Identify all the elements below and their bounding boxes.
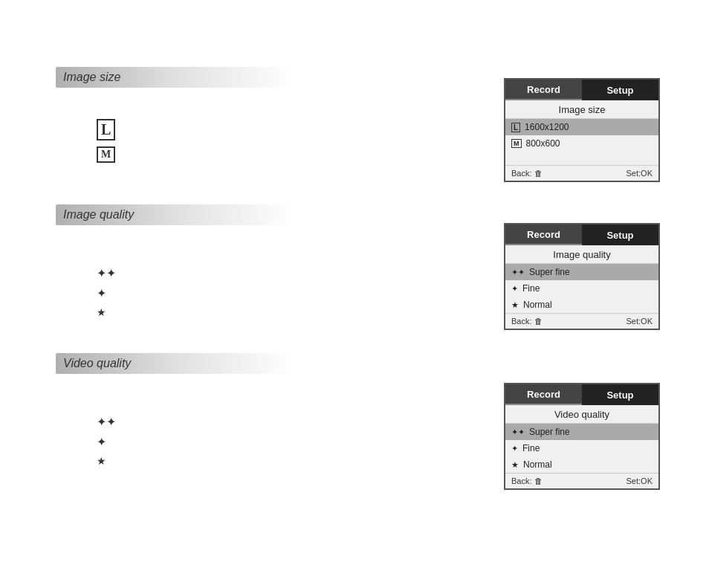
image-size-item-1[interactable]: M 800x600 bbox=[505, 135, 658, 152]
super-fine-icon-item: ✦✦ bbox=[97, 266, 116, 280]
image-quality-panel-items: ✦✦ Super fine ✦ Fine ★ Normal bbox=[505, 264, 658, 313]
image-size-panel: Record Setup Image size L 1600x1200 M 80… bbox=[504, 78, 660, 182]
video-quality-set: Set:OK bbox=[627, 476, 653, 485]
image-quality-item-0[interactable]: ✦✦ Super fine bbox=[505, 264, 658, 280]
trash-icon-2: 🗑 bbox=[534, 317, 543, 326]
fine-icon-small: ✦ bbox=[511, 284, 518, 294]
trash-icon: 🗑 bbox=[534, 169, 543, 178]
video-quality-panel: Record Setup Video quality ✦✦ Super fine… bbox=[504, 383, 660, 490]
large-size-icon-item: L bbox=[97, 119, 115, 140]
vnormal-icon-small: ★ bbox=[511, 460, 519, 470]
video-fine-icon: ✦ bbox=[97, 435, 106, 449]
image-quality-icons: ✦✦ ✦ ★ bbox=[97, 266, 116, 318]
video-quality-panel-items: ✦✦ Super fine ✦ Fine ★ Normal bbox=[505, 424, 658, 473]
video-quality-header: Video quality bbox=[56, 353, 294, 374]
vfine-icon-small: ✦ bbox=[511, 444, 518, 453]
vsf-icon-small: ✦✦ bbox=[511, 427, 525, 437]
image-quality-panel: Record Setup Image quality ✦✦ Super fine… bbox=[504, 223, 660, 330]
image-size-back: Back: 🗑 bbox=[511, 169, 543, 178]
super-fine-icon: ✦✦ bbox=[97, 266, 116, 280]
image-size-setup-tab[interactable]: Setup bbox=[582, 80, 658, 100]
image-quality-record-tab[interactable]: Record bbox=[505, 224, 582, 245]
video-super-fine-icon-item: ✦✦ bbox=[97, 415, 116, 429]
video-quality-icons: ✦✦ ✦ ★ bbox=[97, 415, 116, 467]
image-quality-panel-header: Record Setup bbox=[505, 224, 658, 245]
video-quality-item-0[interactable]: ✦✦ Super fine bbox=[505, 424, 658, 440]
video-fine-icon-item: ✦ bbox=[97, 435, 116, 449]
image-quality-item-2[interactable]: ★ Normal bbox=[505, 297, 658, 313]
fine-icon: ✦ bbox=[97, 286, 106, 300]
image-size-header: Image size bbox=[56, 67, 294, 88]
image-size-panel-header: Record Setup bbox=[505, 80, 658, 100]
video-quality-panel-header: Record Setup bbox=[505, 384, 658, 405]
image-size-panel-footer: Back: 🗑 Set:OK bbox=[505, 165, 658, 181]
image-size-panel-title: Image size bbox=[505, 100, 658, 119]
medium-size-icon: M bbox=[97, 146, 115, 163]
image-size-spacer bbox=[505, 152, 658, 165]
video-quality-record-tab[interactable]: Record bbox=[505, 384, 582, 405]
video-super-fine-icon: ✦✦ bbox=[97, 415, 116, 429]
medium-size-icon-item: M bbox=[97, 146, 115, 163]
image-quality-set: Set:OK bbox=[627, 317, 653, 326]
image-quality-panel-title: Image quality bbox=[505, 245, 658, 264]
video-quality-panel-title: Video quality bbox=[505, 405, 658, 424]
video-quality-panel-footer: Back: 🗑 Set:OK bbox=[505, 473, 658, 488]
video-quality-label: Video quality bbox=[63, 357, 131, 370]
image-size-set: Set:OK bbox=[627, 169, 653, 178]
image-size-label: Image size bbox=[63, 71, 120, 84]
image-quality-panel-footer: Back: 🗑 Set:OK bbox=[505, 313, 658, 329]
image-size-item-0[interactable]: L 1600x1200 bbox=[505, 119, 658, 135]
trash-icon-3: 🗑 bbox=[534, 476, 543, 485]
image-size-panel-items: L 1600x1200 M 800x600 bbox=[505, 119, 658, 165]
image-size-icons: L M bbox=[97, 119, 115, 163]
fine-icon-item: ✦ bbox=[97, 286, 116, 300]
medium-icon-small: M bbox=[511, 139, 522, 148]
video-quality-setup-tab[interactable]: Setup bbox=[582, 384, 658, 405]
image-quality-back: Back: 🗑 bbox=[511, 317, 543, 326]
image-quality-label: Image quality bbox=[63, 208, 134, 222]
sf-icon-small: ✦✦ bbox=[511, 268, 525, 277]
video-quality-back: Back: 🗑 bbox=[511, 476, 543, 485]
image-quality-header: Image quality bbox=[56, 204, 294, 225]
normal-icon-item: ★ bbox=[97, 306, 116, 318]
image-quality-setup-tab[interactable]: Setup bbox=[582, 224, 658, 245]
large-size-icon: L bbox=[97, 119, 115, 140]
video-normal-icon: ★ bbox=[97, 455, 106, 467]
video-quality-item-1[interactable]: ✦ Fine bbox=[505, 440, 658, 456]
video-normal-icon-item: ★ bbox=[97, 455, 116, 467]
image-size-record-tab[interactable]: Record bbox=[505, 80, 582, 100]
normal-icon-small: ★ bbox=[511, 300, 519, 310]
large-icon-small: L bbox=[511, 123, 520, 132]
image-quality-item-1[interactable]: ✦ Fine bbox=[505, 280, 658, 297]
video-quality-item-2[interactable]: ★ Normal bbox=[505, 456, 658, 473]
normal-icon: ★ bbox=[97, 306, 106, 318]
